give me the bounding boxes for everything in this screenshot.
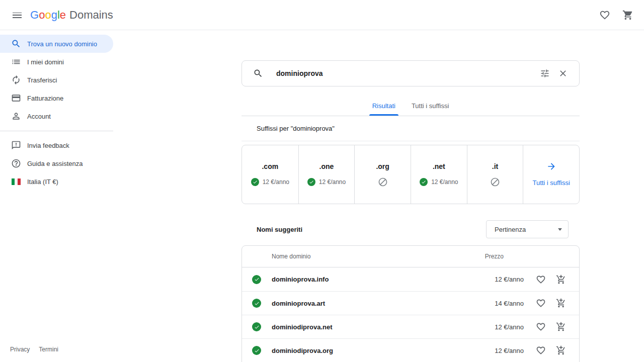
tab-risultati[interactable]: Risultati — [364, 96, 404, 116]
sidebar-item-i-miei-domini[interactable]: I miei domini — [0, 53, 113, 71]
hamburger-menu-button[interactable] — [7, 5, 27, 25]
tab-label: Risultati — [372, 102, 395, 110]
favorite-button[interactable] — [535, 344, 547, 356]
available-check-icon — [307, 178, 315, 186]
availability-status: 12 €/anno — [251, 177, 289, 187]
domain-name: dominioprova.art — [272, 300, 478, 307]
italy-flag-icon — [11, 176, 21, 187]
heart-icon — [536, 322, 546, 332]
close-icon — [558, 68, 568, 78]
cart-button[interactable] — [618, 5, 638, 25]
add-to-cart-button[interactable] — [555, 274, 567, 286]
favorite-button[interactable] — [535, 297, 547, 309]
domain-name: dominioprova.info — [272, 276, 478, 283]
suggested-domains-table: Nome dominio Prezzo dominioprova.info 12… — [242, 245, 580, 362]
all-suffixes-card[interactable]: Tutti i suffissi — [523, 145, 579, 204]
sidebar-footer: Privacy Termini — [10, 346, 58, 353]
sidebar-item-language-region[interactable]: Italia (IT €) — [0, 172, 113, 191]
sidebar-item-label: I miei domini — [27, 58, 64, 66]
availability-status — [378, 177, 388, 187]
table-row[interactable]: dominiodiprova.net 12 €/anno — [242, 315, 579, 338]
sidebar-item-guida-e-assistenza[interactable]: Guida e assistenza — [0, 154, 113, 172]
sidebar-item-label: Account — [27, 113, 51, 120]
sort-select[interactable]: Pertinenza — [486, 220, 569, 238]
credit-card-icon — [11, 93, 21, 103]
domain-price: 12 €/anno — [478, 276, 524, 283]
favorites-button[interactable] — [595, 5, 615, 25]
all-suffixes-label: Tutti i suffissi — [532, 179, 570, 187]
logo-product-name: Domains — [69, 9, 113, 22]
logo-letter: G — [30, 9, 39, 22]
tld-label: .com — [262, 162, 278, 170]
tld-price: 12 €/anno — [319, 178, 346, 186]
app-header: G o o g l e Domains — [0, 0, 644, 30]
arrow-right-icon — [546, 161, 556, 171]
sidebar-item-label: Fatturazione — [27, 95, 63, 102]
suggested-names-title: Nomi suggeriti — [257, 226, 302, 233]
privacy-link[interactable]: Privacy — [10, 346, 30, 353]
domain-name: dominiodiprova.net — [272, 323, 478, 331]
tld-label: .one — [319, 162, 334, 170]
suffix-card-one[interactable]: .one 12 €/anno — [298, 145, 355, 204]
available-check-icon — [252, 346, 261, 355]
tld-price: 12 €/anno — [263, 178, 289, 186]
domain-search-input[interactable] — [276, 69, 536, 77]
tld-label: .org — [376, 162, 389, 170]
availability-status: 12 €/anno — [420, 177, 458, 187]
unavailable-icon — [378, 177, 388, 187]
heart-icon — [536, 298, 546, 308]
list-icon — [11, 57, 21, 67]
terms-link[interactable]: Termini — [39, 346, 58, 353]
table-row[interactable]: dominiodiprova.org 12 €/anno — [242, 338, 579, 362]
add-to-cart-button[interactable] — [555, 321, 567, 333]
domain-price: 12 €/anno — [478, 323, 524, 331]
sidebar-item-fatturazione[interactable]: Fatturazione — [0, 89, 113, 107]
sidebar-item-invia-feedback[interactable]: Invia feedback — [0, 136, 113, 154]
sidebar-item-account[interactable]: Account — [0, 107, 113, 125]
favorite-button[interactable] — [535, 274, 547, 286]
add-cart-icon — [556, 322, 566, 332]
suffix-cards: .com 12 €/anno .one 12 €/anno .org — [242, 145, 580, 204]
available-check-icon — [420, 178, 428, 186]
available-check-icon — [252, 299, 261, 308]
google-domains-logo[interactable]: G o o g l e Domains — [30, 9, 113, 22]
suffix-card-net[interactable]: .net 12 €/anno — [411, 145, 467, 204]
add-cart-icon — [556, 298, 566, 308]
search-filters-button[interactable] — [536, 64, 554, 82]
unavailable-icon — [490, 177, 500, 187]
table-row[interactable]: dominioprova.info 12 €/anno — [242, 267, 579, 291]
suffix-card-com[interactable]: .com 12 €/anno — [242, 145, 298, 204]
heart-icon — [599, 10, 610, 21]
add-to-cart-button[interactable] — [555, 344, 567, 356]
sidebar-item-trova-un-nuovo-dominio[interactable]: Trova un nuovo dominio — [0, 35, 113, 53]
column-header-price: Prezzo — [458, 253, 504, 260]
sidebar-item-label: Trova un nuovo dominio — [27, 40, 97, 48]
sidebar-item-label: Guida e assistenza — [27, 160, 83, 167]
sidebar-item-label: Italia (IT €) — [27, 178, 58, 186]
logo-letter: g — [51, 9, 57, 22]
sidebar-item-label: Trasferisci — [27, 76, 57, 84]
availability-status — [490, 177, 500, 187]
clear-search-button[interactable] — [554, 64, 572, 82]
tab-tutti-i-suffissi[interactable]: Tutti i suffissi — [404, 96, 457, 116]
feedback-icon — [11, 140, 21, 150]
caret-down-icon — [558, 228, 562, 231]
add-to-cart-button[interactable] — [555, 297, 567, 309]
add-cart-icon — [556, 275, 566, 285]
person-icon — [11, 111, 21, 121]
sidebar-item-label: Invia feedback — [27, 142, 69, 149]
logo-letter: o — [39, 9, 45, 22]
favorite-button[interactable] — [535, 321, 547, 333]
table-header-row: Nome dominio Prezzo — [242, 246, 579, 267]
logo-letter: e — [60, 9, 66, 22]
main-content: Risultati Tutti i suffissi Suffissi per … — [242, 30, 580, 362]
availability-status: 12 €/anno — [307, 177, 346, 187]
results-tabs: Risultati Tutti i suffissi — [242, 96, 580, 116]
sidebar: Trova un nuovo dominio I miei domini Tra… — [0, 30, 113, 362]
tld-label: .net — [433, 162, 445, 170]
table-row[interactable]: dominioprova.art 14 €/anno — [242, 291, 579, 315]
available-check-icon — [252, 275, 261, 284]
sidebar-item-trasferisci[interactable]: Trasferisci — [0, 71, 113, 89]
domain-price: 12 €/anno — [478, 347, 524, 354]
transfer-icon — [11, 75, 21, 85]
